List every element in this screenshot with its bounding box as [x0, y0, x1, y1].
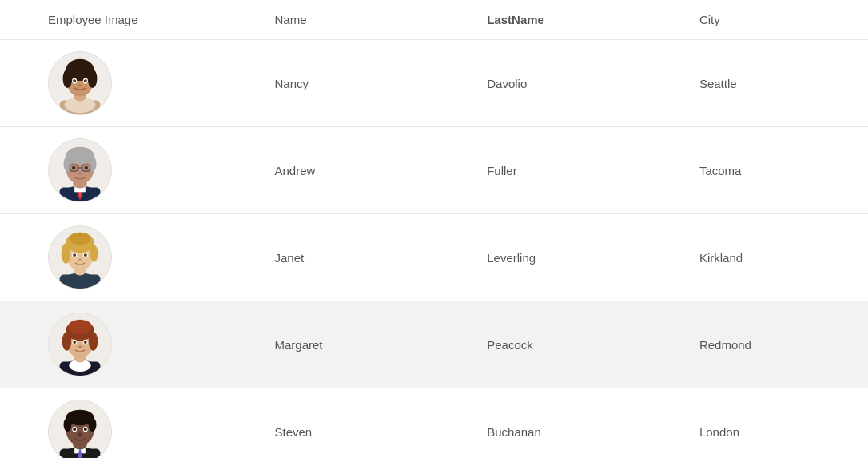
svg-point-28	[84, 166, 88, 170]
svg-point-38	[69, 233, 90, 245]
svg-point-56	[73, 341, 76, 344]
employee-last-name: Peacock	[471, 301, 683, 388]
table-row: MargaretPeacockRedmond	[0, 301, 868, 388]
header-city: City	[683, 0, 868, 40]
table-row: StevenBuchananLondon	[0, 388, 868, 459]
svg-point-29	[78, 172, 82, 175]
employee-first-name: Andrew	[258, 127, 471, 214]
svg-point-37	[90, 245, 98, 261]
svg-point-53	[68, 320, 91, 334]
employee-last-name: Fuller	[471, 127, 683, 214]
employee-city: Redmond	[683, 301, 868, 388]
employee-last-name: Leverling	[471, 214, 683, 301]
employee-last-name: Davolio	[471, 40, 683, 127]
svg-point-57	[84, 341, 87, 344]
avatar	[48, 400, 112, 458]
svg-point-8	[88, 69, 98, 87]
table-header-row: Employee Image Name LastName City	[0, 0, 868, 40]
employee-image-cell	[0, 127, 258, 214]
svg-point-42	[84, 253, 87, 257]
table-row: JanetLeverlingKirkland	[0, 214, 868, 301]
employee-table-container: Employee Image Name LastName City	[0, 0, 868, 458]
svg-point-7	[63, 69, 73, 87]
avatar	[48, 51, 112, 115]
avatar	[48, 225, 112, 289]
svg-point-68	[89, 417, 97, 432]
employee-first-name: Steven	[258, 388, 471, 459]
svg-point-67	[64, 417, 72, 432]
header-lastname: LastName	[471, 0, 683, 40]
svg-point-72	[84, 428, 87, 431]
table-row: NancyDavolioSeattle	[0, 40, 868, 127]
svg-rect-32	[60, 274, 101, 289]
svg-point-27	[72, 166, 76, 170]
table-row: AndrewFullerTacoma	[0, 127, 868, 214]
avatar	[48, 138, 112, 202]
employee-table: Employee Image Name LastName City	[0, 0, 868, 458]
employee-image-cell	[0, 301, 258, 388]
svg-point-11	[73, 79, 76, 82]
employee-city: Tacoma	[683, 127, 868, 214]
svg-point-12	[84, 79, 87, 82]
employee-first-name: Margaret	[258, 301, 471, 388]
svg-point-58	[78, 345, 82, 348]
employee-city: Seattle	[683, 40, 868, 127]
svg-point-51	[62, 332, 72, 350]
svg-point-71	[73, 428, 76, 431]
svg-point-43	[78, 258, 82, 261]
employee-image-cell	[0, 40, 258, 127]
employee-first-name: Nancy	[258, 40, 471, 127]
header-name: Name	[258, 0, 471, 40]
avatar	[48, 313, 112, 376]
employee-city: London	[683, 388, 868, 459]
employee-city: Kirkland	[683, 214, 868, 301]
employee-image-cell	[0, 388, 258, 459]
svg-point-36	[62, 243, 71, 263]
svg-point-41	[73, 253, 76, 257]
svg-point-73	[78, 432, 83, 436]
employee-last-name: Buchanan	[471, 388, 683, 459]
svg-point-52	[89, 332, 98, 350]
employee-first-name: Janet	[258, 214, 471, 301]
svg-point-13	[78, 84, 82, 86]
employee-image-cell	[0, 214, 258, 301]
header-image: Employee Image	[0, 0, 258, 40]
